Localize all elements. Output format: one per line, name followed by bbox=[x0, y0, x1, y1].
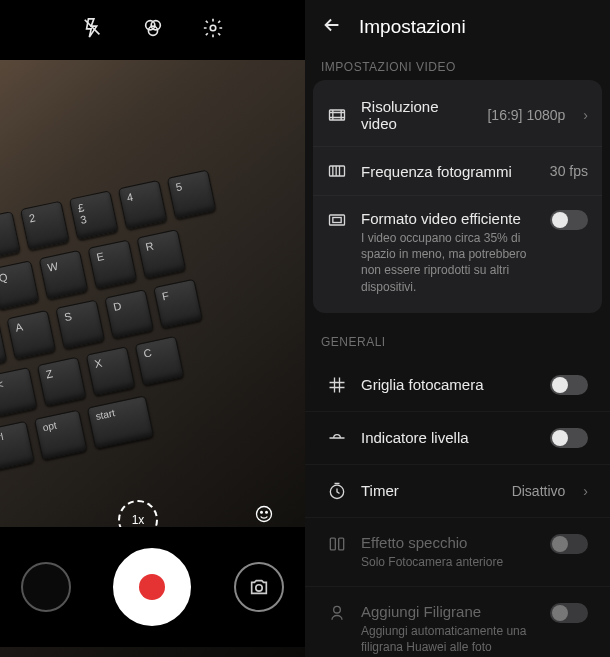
beauty-icon bbox=[254, 504, 274, 524]
svg-point-4 bbox=[210, 25, 216, 31]
framerate-value: 30 fps bbox=[550, 163, 588, 179]
row-watermark: Aggiungi Filigrane Aggiungi automaticame… bbox=[305, 586, 610, 657]
timer-value: Disattivo bbox=[512, 483, 566, 499]
mirror-toggle bbox=[550, 534, 588, 554]
row-level-indicator[interactable]: Indicatore livella bbox=[305, 411, 610, 464]
svg-rect-12 bbox=[333, 218, 341, 223]
svg-point-3 bbox=[148, 26, 157, 35]
svg-rect-10 bbox=[330, 166, 345, 176]
flash-off-icon[interactable] bbox=[82, 17, 104, 43]
general-settings-list: Griglia fotocamera Indicatore livella Ti… bbox=[305, 355, 610, 657]
settings-panel: Impostazioni IMPOSTAZIONI VIDEO Risoluzi… bbox=[305, 0, 610, 657]
camera-top-bar bbox=[0, 0, 305, 60]
row-timer[interactable]: Timer Disattivo › bbox=[305, 464, 610, 517]
efficient-format-toggle[interactable] bbox=[550, 210, 588, 230]
video-settings-card: Risoluzione video [16:9] 1080p › Frequen… bbox=[313, 80, 602, 313]
switch-camera-button[interactable] bbox=[234, 562, 284, 612]
watermark-toggle bbox=[550, 603, 588, 623]
row-mirror-effect: Effetto specchio Solo Fotocamera anterio… bbox=[305, 517, 610, 586]
svg-rect-9 bbox=[330, 110, 345, 120]
zoom-value: 1x bbox=[132, 513, 145, 527]
resolution-icon bbox=[327, 105, 347, 125]
watermark-icon bbox=[327, 603, 347, 623]
grid-icon bbox=[327, 375, 347, 395]
camera-bottom-bar bbox=[0, 527, 305, 647]
section-general-label: GENERALI bbox=[305, 325, 610, 355]
row-video-resolution[interactable]: Risoluzione video [16:9] 1080p › bbox=[313, 84, 602, 146]
row-camera-grid[interactable]: Griglia fotocamera bbox=[305, 359, 610, 411]
row-frame-rate[interactable]: Frequenza fotogrammi 30 fps bbox=[313, 146, 602, 195]
svg-point-8 bbox=[256, 585, 262, 591]
settings-gear-icon[interactable] bbox=[202, 17, 224, 43]
gallery-thumbnail[interactable] bbox=[21, 562, 71, 612]
viewfinder-subject: esc \ "1 2 £3 4 5 tab Q W E R bloc maius… bbox=[0, 93, 305, 488]
timer-icon bbox=[327, 481, 347, 501]
grid-toggle[interactable] bbox=[550, 375, 588, 395]
level-icon bbox=[327, 428, 347, 448]
chevron-right-icon: › bbox=[583, 107, 588, 123]
camera-viewfinder[interactable]: esc \ "1 2 £3 4 5 tab Q W E R bloc maius… bbox=[0, 60, 305, 657]
svg-rect-11 bbox=[330, 215, 345, 225]
camera-app: esc \ "1 2 £3 4 5 tab Q W E R bloc maius… bbox=[0, 0, 305, 657]
settings-title: Impostazioni bbox=[359, 16, 466, 38]
svg-point-6 bbox=[261, 512, 263, 514]
back-arrow-icon[interactable] bbox=[321, 14, 343, 40]
color-filter-icon[interactable] bbox=[142, 17, 164, 43]
svg-rect-15 bbox=[339, 538, 344, 550]
row-efficient-format[interactable]: Formato video efficiente I video occupan… bbox=[313, 195, 602, 309]
resolution-value: [16:9] 1080p bbox=[487, 107, 565, 123]
shutter-button[interactable] bbox=[113, 548, 191, 626]
svg-point-5 bbox=[257, 507, 272, 522]
svg-rect-14 bbox=[330, 538, 335, 550]
chevron-right-icon: › bbox=[583, 483, 588, 499]
framerate-icon bbox=[327, 161, 347, 181]
efficient-format-icon bbox=[327, 210, 347, 230]
svg-point-16 bbox=[334, 606, 341, 613]
section-video-label: IMPOSTAZIONI VIDEO bbox=[305, 50, 610, 80]
settings-header: Impostazioni bbox=[305, 0, 610, 50]
level-toggle[interactable] bbox=[550, 428, 588, 448]
svg-point-2 bbox=[151, 21, 160, 30]
mirror-icon bbox=[327, 534, 347, 554]
switch-camera-icon bbox=[248, 576, 270, 598]
svg-point-7 bbox=[266, 512, 268, 514]
record-icon bbox=[139, 574, 165, 600]
